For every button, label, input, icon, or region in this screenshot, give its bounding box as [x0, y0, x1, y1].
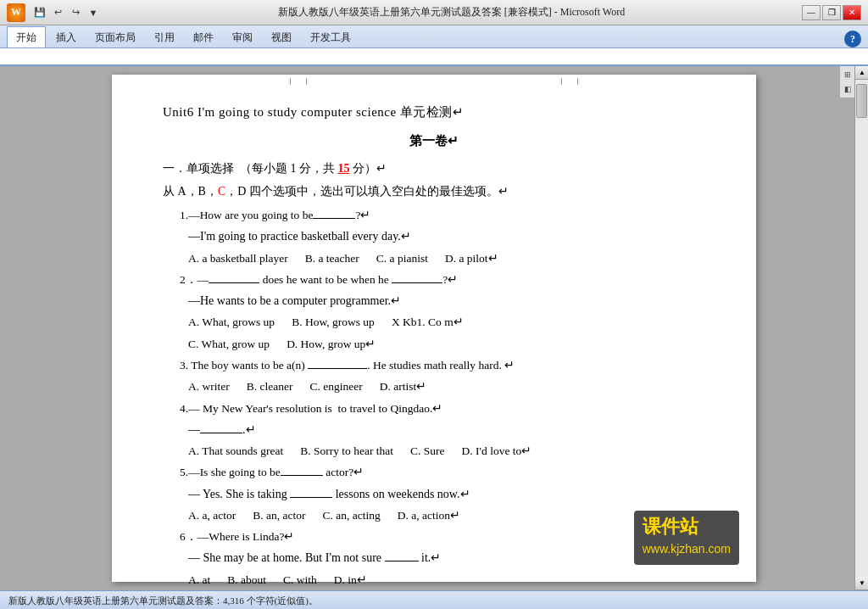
- q5-opt-c: C. an, acting: [322, 506, 380, 526]
- window-title: 新版人教版八年级英语上册第六单元测试题及答案 [兼容模式] - Microsof…: [101, 5, 802, 20]
- window-controls: — ❐ ✕: [802, 5, 861, 20]
- tab-developer[interactable]: 开发工具: [302, 27, 359, 47]
- q6-opt-a: A. at: [188, 570, 210, 590]
- q5-opt-d: D. a, action↵: [398, 506, 460, 526]
- q4-opt-d: D. I'd love to↵: [462, 441, 532, 461]
- q4-opt-a: A. That sounds great: [188, 441, 283, 461]
- save-button[interactable]: 💾: [32, 5, 47, 20]
- vertical-scrollbar[interactable]: ▲ ▼: [854, 66, 868, 590]
- doc-title-text: Unit6 I'm going to study computer scienc…: [163, 105, 464, 119]
- q3: 3. The boy wants to be a(n) . He studies…: [163, 355, 705, 376]
- q5: 5.—Is she going to be actor?↵: [163, 462, 705, 483]
- ribbon-tabs: 开始 插入 页面布局 引用 邮件 审阅 视图 开发工具 ?: [0, 25, 868, 47]
- q2-opt-a: A. What, grows up: [188, 312, 275, 332]
- q2-opt-xkb: X Kb1. Co m↵: [392, 312, 464, 332]
- help-icon: ?: [844, 31, 861, 47]
- quick-access-toolbar: 💾 ↩ ↪ ▼: [32, 5, 101, 20]
- title-bar: W 💾 ↩ ↪ ▼ 新版人教版八年级英语上册第六单元测试题及答案 [兼容模式] …: [0, 0, 868, 25]
- tab-mailings[interactable]: 邮件: [185, 27, 222, 47]
- ribbon-content-area: [0, 47, 868, 64]
- q3-opt-a: A. writer: [188, 377, 230, 397]
- watermark-url: www.kjzhan.com: [643, 539, 731, 560]
- q5-options: A. a, actor B. an, actor C. an, acting D…: [163, 506, 705, 526]
- q6-opt-b: B. about: [227, 570, 266, 590]
- q1: 1.—How are you going to be?↵: [163, 205, 705, 226]
- status-bar: 新版人教版八年级英语上册第六单元测试题及答案：4,316 个字符(近似值)。: [0, 590, 868, 609]
- redo-button[interactable]: ↪: [68, 5, 83, 20]
- watermark: 课件站 www.kjzhan.com: [634, 511, 739, 565]
- tab-start[interactable]: 开始: [7, 26, 46, 47]
- q6-opt-d: D. in↵: [334, 570, 367, 590]
- q4: 4.— My New Year's resolution is to trave…: [163, 399, 705, 419]
- tab-insert[interactable]: 插入: [47, 27, 85, 47]
- q3-opt-c: C. engineer: [309, 377, 362, 397]
- q5-opt-b: B. an, actor: [253, 506, 305, 526]
- help-button[interactable]: ?: [844, 31, 861, 47]
- part1-instruction: 从 A，B，C，D 四个选项中，选出可以填入空白处的最佳选项。↵: [163, 181, 705, 202]
- undo-button[interactable]: ↩: [50, 5, 65, 20]
- tab-review[interactable]: 审阅: [224, 27, 261, 47]
- scroll-thumb[interactable]: [856, 84, 867, 118]
- tab-references[interactable]: 引用: [146, 27, 183, 47]
- q6-opt-c: C. with: [283, 570, 317, 590]
- doc-content: Unit6 I'm going to study computer scienc…: [163, 100, 705, 590]
- doc-title: Unit6 I'm going to study computer scienc…: [163, 100, 705, 125]
- right-tool-1[interactable]: ⊞: [842, 69, 854, 81]
- part1-header: 一．单项选择 （每小题 1 分，共 15 分）↵: [163, 158, 705, 179]
- scroll-up-button[interactable]: ▲: [855, 66, 868, 80]
- q4-blank: —.↵: [188, 419, 705, 440]
- right-toolbar: ⊞ ◧: [839, 66, 854, 98]
- q6: 6．—Where is Linda?↵: [163, 527, 705, 547]
- q2-opt-c: C. What, grow up: [188, 334, 270, 355]
- right-tool-2[interactable]: ◧: [842, 83, 854, 95]
- title-bar-left: W 💾 ↩ ↪ ▼: [7, 3, 101, 22]
- scroll-track: [855, 80, 868, 577]
- q1-opt-c: C. a pianist: [376, 249, 428, 269]
- close-button[interactable]: ✕: [843, 5, 861, 20]
- q2-opt-b: B. How, grows up: [292, 312, 375, 332]
- q2-answer: —He wants to be a computer programmer.↵: [188, 290, 705, 311]
- q4-options: A. That sounds great B. Sorry to hear th…: [163, 441, 705, 461]
- q1-opt-b: B. a teacher: [305, 249, 359, 269]
- minimize-button[interactable]: —: [802, 5, 821, 20]
- q6-answer: — She may be at home. But I'm not sure i…: [188, 547, 705, 568]
- watermark-site: 课件站: [643, 516, 731, 538]
- ruler-area: [112, 78, 756, 85]
- tab-view[interactable]: 视图: [263, 27, 300, 47]
- q1-opt-a: A. a basketball player: [188, 249, 288, 269]
- q1-answer: —I'm going to practice basketball every …: [188, 226, 705, 247]
- q2-opt-d: D. How, grow up↵: [287, 334, 376, 355]
- ruler-mark-left: [290, 78, 307, 85]
- office-logo: W: [7, 3, 25, 22]
- q5-answer: — Yes. She is taking lessons on weekends…: [188, 483, 705, 505]
- tab-page-layout[interactable]: 页面布局: [86, 27, 144, 47]
- customize-button[interactable]: ▼: [86, 5, 101, 20]
- ruler-mark-right: [561, 78, 578, 85]
- status-text: 新版人教版八年级英语上册第六单元测试题及答案：4,316 个字符(近似值)。: [8, 595, 318, 607]
- q2-options-2: C. What, grow up D. How, grow up↵: [163, 334, 705, 355]
- q1-opt-d: D. a pilot↵: [445, 249, 498, 269]
- q2: 2．— does he want to be when he ?↵: [163, 270, 705, 290]
- q1-options: A. a basketball player B. a teacher C. a…: [163, 249, 705, 269]
- ribbon: 开始 插入 页面布局 引用 邮件 审阅 视图 开发工具 ?: [0, 25, 868, 66]
- q2-options: A. What, grows up B. How, grows up X Kb1…: [163, 312, 705, 332]
- q5-opt-a: A. a, actor: [188, 506, 236, 526]
- q4-opt-c: C. Sure: [410, 441, 445, 461]
- q3-opt-d: D. artist↵: [380, 377, 427, 397]
- restore-button[interactable]: ❐: [822, 5, 841, 20]
- section-1-title: 第一卷↵: [163, 130, 705, 153]
- q6-options: A. at B. about C. with D. in↵: [163, 570, 705, 590]
- scroll-down-button[interactable]: ▼: [855, 577, 868, 590]
- q3-options: A. writer B. cleaner C. engineer D. arti…: [163, 377, 705, 397]
- q4-opt-b: B. Sorry to hear that: [300, 441, 393, 461]
- q3-opt-b: B. cleaner: [247, 377, 293, 397]
- document-page: Unit6 I'm going to study computer scienc…: [112, 75, 756, 582]
- document-area: ⊞ ◧ ▲ ▼ Unit6 I'm going to study compute…: [0, 66, 868, 590]
